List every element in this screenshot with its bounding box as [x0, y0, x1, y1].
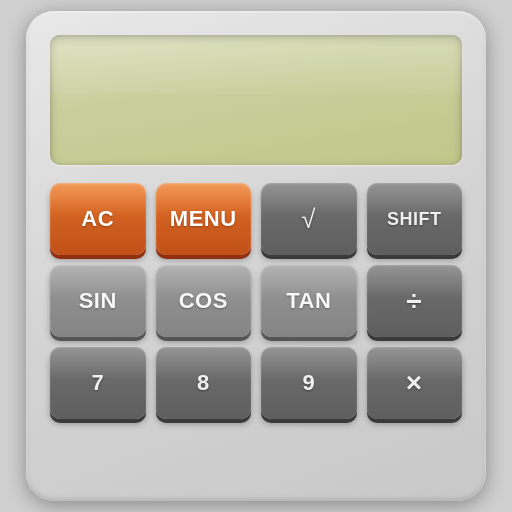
sqrt-button[interactable]: √ [261, 183, 357, 255]
display-area [50, 35, 462, 165]
seven-label: 7 [91, 370, 104, 396]
menu-button[interactable]: MENU [156, 183, 252, 255]
eight-button[interactable]: 8 [156, 347, 252, 419]
sin-label: SIN [79, 288, 117, 314]
buttons-area: AC MENU √ SHIFT SIN COS [50, 183, 462, 419]
calculator: AC MENU √ SHIFT SIN COS [26, 11, 486, 501]
nine-button[interactable]: 9 [261, 347, 357, 419]
multiply-button[interactable]: × [367, 347, 463, 419]
shift-button[interactable]: SHIFT [367, 183, 463, 255]
tan-label: TAN [286, 288, 331, 314]
cos-label: COS [179, 288, 228, 314]
nine-label: 9 [302, 370, 315, 396]
ac-button[interactable]: AC [50, 183, 146, 255]
ac-label: AC [81, 206, 114, 232]
eight-label: 8 [197, 370, 210, 396]
seven-button[interactable]: 7 [50, 347, 146, 419]
button-row-2: SIN COS TAN ÷ [50, 265, 462, 337]
sin-button[interactable]: SIN [50, 265, 146, 337]
cos-button[interactable]: COS [156, 265, 252, 337]
divide-label: ÷ [406, 285, 422, 317]
button-row-3: 7 8 9 × [50, 347, 462, 419]
button-row-1: AC MENU √ SHIFT [50, 183, 462, 255]
divide-button[interactable]: ÷ [367, 265, 463, 337]
multiply-label: × [406, 367, 423, 399]
sqrt-label: √ [301, 204, 316, 235]
menu-label: MENU [170, 206, 237, 232]
shift-label: SHIFT [387, 209, 442, 230]
display-shine [50, 35, 462, 94]
tan-button[interactable]: TAN [261, 265, 357, 337]
